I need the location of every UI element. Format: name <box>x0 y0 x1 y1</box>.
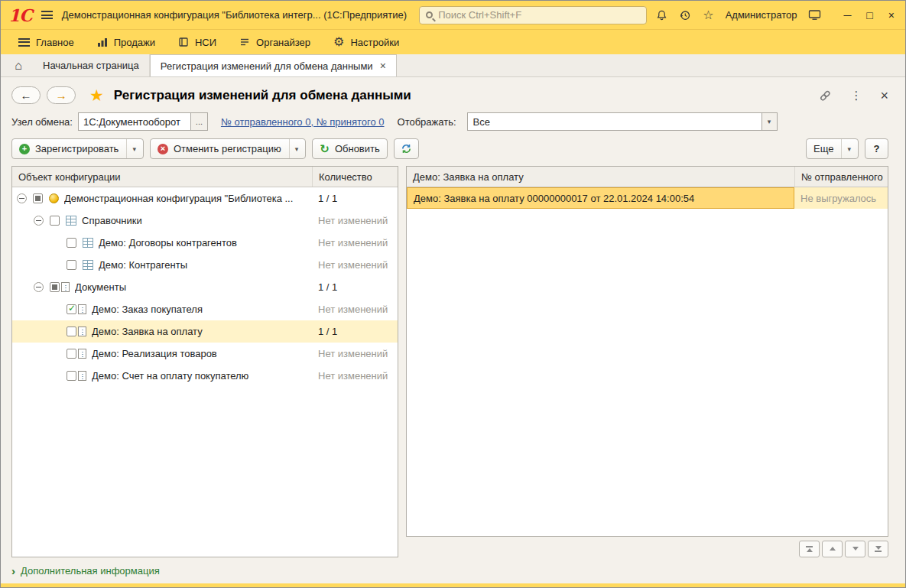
section-organizer[interactable]: Органайзер <box>228 30 322 54</box>
row-checkbox[interactable] <box>67 371 76 381</box>
config-object-row[interactable]: Документы 1 / 1 <box>12 276 398 298</box>
go-to-first-button[interactable] <box>799 541 820 557</box>
arrow-up-icon <box>807 548 813 552</box>
refresh-button[interactable]: ↻ Обновить <box>312 138 387 159</box>
global-search[interactable] <box>419 6 647 24</box>
section-label: Настройки <box>350 37 399 48</box>
gear-icon: ⚙ <box>333 36 344 48</box>
config-object-row[interactable]: Демо: Реализация товаров Нет изменений <box>12 343 398 365</box>
row-checkbox[interactable] <box>67 304 76 314</box>
expander-icon[interactable] <box>34 216 44 226</box>
maximize-icon[interactable]: □ <box>866 9 872 21</box>
home-tab[interactable]: ⌂ <box>4 54 33 76</box>
row-checkbox[interactable] <box>33 193 43 203</box>
page-header-actions: ⋮ × <box>819 89 888 102</box>
row-checkbox[interactable] <box>67 326 76 336</box>
view-settings-icon[interactable] <box>808 9 821 21</box>
move-down-button[interactable] <box>845 541 865 557</box>
main-menu-icon[interactable] <box>41 11 53 19</box>
expander-icon[interactable] <box>34 282 44 292</box>
display-filter-value: Все <box>473 116 490 128</box>
column-count-header[interactable]: Количество <box>312 167 398 187</box>
section-label: Продажи <box>114 37 155 48</box>
favorite-star-icon[interactable]: ★ <box>89 87 104 103</box>
row-checkbox[interactable] <box>67 349 76 359</box>
more-dropdown-icon[interactable]: ▾ <box>841 139 851 158</box>
section-glavnoe[interactable]: Главное <box>7 30 86 54</box>
section-label: Главное <box>36 37 74 48</box>
config-object-row[interactable]: Справочники Нет изменений <box>12 210 398 232</box>
display-filter-select[interactable]: Все ▾ <box>467 112 778 131</box>
page-header: ← → ★ Регистрация изменений для обмена д… <box>1 77 905 104</box>
app-window: 1С Демонстрационная конфигурация "Библио… <box>0 0 906 588</box>
notifications-bell-icon[interactable] <box>656 9 667 21</box>
get-link-icon[interactable] <box>819 89 832 102</box>
section-nsi[interactable]: НСИ <box>167 30 228 54</box>
tab-home-page[interactable]: Начальная страница <box>33 54 150 76</box>
change-object-cell: Демо: Заявка на оплату 00000000017 от 22… <box>407 187 794 209</box>
row-checkbox[interactable] <box>50 282 60 292</box>
section-prodazhi[interactable]: Продажи <box>86 30 167 54</box>
additional-info-link[interactable]: Дополнительная информация <box>21 565 160 577</box>
window-close-icon[interactable]: × <box>888 9 895 21</box>
search-input[interactable] <box>438 9 640 21</box>
unregister-dropdown-icon[interactable]: ▾ <box>289 139 299 158</box>
object-count: Нет изменений <box>312 348 398 359</box>
section-nastroyki[interactable]: ⚙ Настройки <box>322 30 411 54</box>
column-sent-header[interactable]: № отправленного <box>794 167 888 187</box>
config-object-row[interactable]: Демо: Контрагенты Нет изменений <box>12 254 398 276</box>
exchange-node-field[interactable] <box>78 112 191 131</box>
chevron-down-icon[interactable]: ▾ <box>761 113 777 130</box>
move-up-button[interactable] <box>822 541 843 557</box>
config-object-row[interactable]: Демо: Заявка на оплату 1 / 1 <box>12 320 398 343</box>
config-object-row[interactable]: Демо: Счет на оплату покупателю Нет изме… <box>12 365 398 387</box>
form-close-icon[interactable]: × <box>880 89 888 102</box>
catalog-icon <box>83 260 93 270</box>
section-label: Органайзер <box>256 37 310 48</box>
command-bar: + Зарегистрировать ▾ × Отменить регистра… <box>1 131 905 159</box>
row-checkbox[interactable] <box>50 216 60 226</box>
expander-icon[interactable] <box>17 193 27 203</box>
node-choose-button[interactable]: ... <box>191 112 208 131</box>
open-windows-bar: ⌂ Начальная страница Регистрация изменен… <box>1 54 905 77</box>
more-menu-icon[interactable]: ⋮ <box>850 89 862 102</box>
book-icon <box>178 37 189 47</box>
arrow-down-icon <box>852 547 859 551</box>
page-title: Регистрация изменений для обмена данными <box>114 88 411 103</box>
minimize-icon[interactable]: ─ <box>843 9 851 21</box>
chevron-right-icon[interactable]: › <box>11 565 15 577</box>
register-button[interactable]: + Зарегистрировать ▾ <box>11 138 144 159</box>
forward-button[interactable]: → <box>47 86 76 104</box>
tab-registration[interactable]: Регистрация изменений для обмена данными… <box>150 54 397 76</box>
object-label: Демо: Заявка на оплату <box>92 326 312 337</box>
filter-row: Узел обмена: ... № отправленного 0, № пр… <box>1 104 905 131</box>
column-object-header[interactable]: Объект конфигурации <box>12 167 312 187</box>
objects-table-header: Объект конфигурации Количество <box>12 167 398 187</box>
message-counters-link[interactable]: № отправленного 0, № принятого 0 <box>221 116 385 128</box>
document-icon <box>61 282 70 292</box>
back-button[interactable]: ← <box>11 86 41 104</box>
tab-close-icon[interactable]: × <box>380 60 386 71</box>
go-to-last-button[interactable] <box>868 541 888 557</box>
more-actions-button[interactable]: Еще ▾ <box>806 138 859 159</box>
column-changes-header[interactable]: Демо: Заявка на оплату <box>407 167 794 187</box>
config-object-row[interactable]: Демо: Заказ покупателя Нет изменений <box>12 298 398 320</box>
change-row[interactable]: Демо: Заявка на оплату 00000000017 от 22… <box>407 187 888 209</box>
favorites-star-icon[interactable]: ☆ <box>703 9 713 21</box>
config-object-row[interactable]: Демонстрационная конфигурация "Библиотек… <box>12 187 398 210</box>
object-count: Нет изменений <box>312 259 398 271</box>
display-label: Отображать: <box>398 116 456 128</box>
help-button[interactable]: ? <box>865 138 888 159</box>
sync-settings-button[interactable] <box>394 138 419 159</box>
changes-table: Демо: Заявка на оплату № отправленного Д… <box>406 166 888 537</box>
config-object-row[interactable]: Демо: Договоры контрагентов Нет изменени… <box>12 232 398 254</box>
unregister-button[interactable]: × Отменить регистрацию ▾ <box>150 138 306 159</box>
current-user[interactable]: Администратор <box>726 9 797 21</box>
row-checkbox[interactable] <box>67 238 76 248</box>
register-dropdown-icon[interactable]: ▾ <box>126 139 136 158</box>
object-count: Нет изменений <box>312 237 398 249</box>
history-icon[interactable] <box>679 9 691 21</box>
list-navigation <box>406 537 888 557</box>
menu-lines-icon <box>18 38 30 47</box>
row-checkbox[interactable] <box>67 260 76 270</box>
